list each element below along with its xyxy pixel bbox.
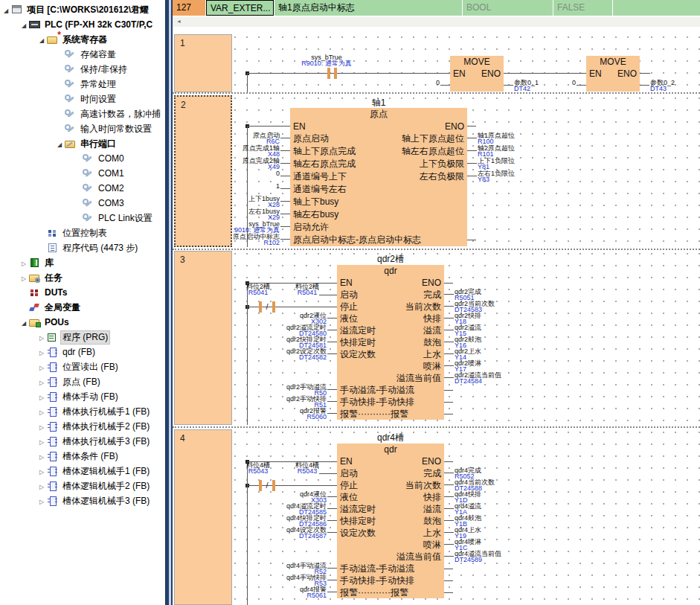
start-operand-pair[interactable]: 料位4槽R5043 料位4槽R5043 [238,462,327,474]
output-operand[interactable]: qdr2溢流Y15 [455,324,481,336]
input-operand[interactable]: qdr2快排定时DT24581 [252,336,327,348]
input-operand[interactable]: 原点完成2轴X49 [234,158,280,170]
tree-item-tasks[interactable]: 任务 [0,270,165,285]
tree-item-com3[interactable]: COM3 [0,196,165,211]
tree-item-error[interactable]: 异常处理 [0,77,165,92]
normally-open-contact[interactable] [321,67,343,79]
output-operand[interactable]: qdr2鼓泡Y16 [455,336,481,348]
tree-item-memory[interactable]: 存储容量 [0,47,165,62]
fb-instance-name[interactable]: qdr2槽 [337,253,444,266]
output-operand[interactable]: qdr4快排Y1D [455,491,481,503]
input-operand[interactable]: qdr4设定次数DT24587 [252,527,327,539]
output-operand[interactable]: qdr4完成R5052 [455,467,481,479]
output-operand[interactable]: qdr2快排Y18 [455,313,481,324]
tree-item-system-registers[interactable]: 系统寄存器 [0,32,165,47]
tree-item-pos-read-fb[interactable]: 位置读出 (FB) [0,359,165,374]
contact-operand-label[interactable]: 料位2槽R5041 [238,284,278,295]
input-operand[interactable]: sys_bTrueR9010: 通常为真 [234,221,280,233]
output-operand[interactable]: qdr4溢流当前值DT24589 [455,551,501,563]
output-operand[interactable]: qdr4喷淋Y1C [455,539,481,551]
tree-item-program-prg[interactable]: 程序 (PRG) [0,330,165,345]
tree-item-time[interactable]: 时间设置 [0,92,165,106]
expand-arrow-icon[interactable] [1,4,10,15]
rung-4-canvas[interactable]: 料位4槽R5043 料位4槽R5043 / qdr4槽 qdr ENENO 启动… [234,429,700,605]
input-operand[interactable]: qdr4报警R5061 [252,586,327,598]
tree-item-com2[interactable]: COM2 [0,181,165,196]
tree-item-hold[interactable]: 保持/非保持 [0,62,165,77]
expand-arrow-icon[interactable] [19,317,28,327]
rung-1-number-cell[interactable]: 1 [174,34,232,92]
input-operand[interactable]: qdr2液位X302 [252,313,327,324]
input-operand[interactable]: qdr2报警R5060 [252,408,327,420]
tree-item-position-table[interactable]: 位置控制表 [0,225,165,240]
normally-closed-contact[interactable]: / [256,301,278,313]
tree-item-logic-robot2-fb[interactable]: 槽体逻辑机械手2 (FB) [0,478,165,493]
contact-operand-label[interactable]: 料位4槽R5043 [238,462,278,474]
collapse-arrow-icon[interactable] [37,496,46,506]
output-operand[interactable]: qdr2喷淋Y17 [455,360,481,372]
tree-item-tank-manual-fb[interactable]: 槽体手动 (FB) [0,389,165,404]
var-row-number[interactable]: 127 [173,0,205,16]
tree-item-com0[interactable]: COM0 [0,151,165,166]
move1-input-operand[interactable]: 0 [395,80,440,86]
output-operand[interactable]: 轴1原点超位R100 [478,132,515,144]
move2-output-operand[interactable]: 参数0_2DT43 [650,80,675,92]
var-class-cell[interactable]: VAR_EXTER... [206,0,274,16]
tree-item-project[interactable]: 项目 [C:\WORKS\201612\君耀 [0,2,165,17]
output-operand[interactable]: qdr4鼓泡Y1B [455,515,481,527]
expand-arrow-icon[interactable] [19,19,28,30]
input-operand[interactable]: qdr4快排定时DT24586 [252,515,327,527]
rung-2-canvas[interactable]: 轴1 原点 ENENO 原点启动轴上下原点超位 轴上下原点完成轴左右原点超位 轴… [234,95,700,247]
tree-item-serial-port[interactable]: 串行端口 [0,136,165,151]
output-operand[interactable]: qdr2完成R5051 [455,289,481,301]
input-operand[interactable]: qdr4手动快排R53 [252,574,327,586]
rung-1-canvas[interactable]: sys_bTrueR9010: 通常为真 MOVE ENENO 0 参数0_1D… [234,34,700,92]
start-operand-pair[interactable]: 料位2槽R5041 料位2槽R5041 [238,284,327,295]
input-operand[interactable]: 0 [234,170,280,176]
var-initial-cell[interactable]: FALSE [553,0,612,16]
tree-item-exec-robot2-fb[interactable]: 槽体执行机械手2 (FB) [0,419,165,434]
collapse-arrow-icon[interactable] [37,347,46,357]
input-operand[interactable]: 左右1busyX29 [234,208,280,220]
input-operand[interactable]: qdr4溢流定时DT24585 [252,503,327,515]
input-operand[interactable]: 原点启动R6C [234,132,280,144]
tree-item-origin-fb[interactable]: 原点 (FB) [0,374,165,389]
fb-qdr-block[interactable]: qdr ENENO 启动完成 停止当前次数 液位快排 溢流定时溢流 快排定时鼓泡… [337,444,444,598]
output-operand[interactable]: 左右1负限位Y83 [478,170,515,182]
input-operand[interactable]: 上下1busyX28 [234,196,280,208]
collapse-arrow-icon[interactable] [37,436,46,446]
rung-3-canvas[interactable]: 料位2槽R5041 料位2槽R5041 / qdr2槽 qdr ENENO 启动… [234,251,700,425]
var-comment-cell[interactable] [613,0,700,16]
contact-operand-label[interactable]: sys_bTrueR9010: 通常为真 [278,54,375,66]
normally-closed-contact[interactable]: / [256,479,278,491]
fb-instance-name[interactable]: qdr4槽 [337,432,444,444]
collapse-arrow-icon[interactable] [37,451,46,461]
rung-4-number-cell[interactable]: 4 [174,429,232,605]
input-operand[interactable]: qdr4液位X303 [252,491,327,503]
expand-arrow-icon[interactable] [55,138,64,149]
tree-item-tank-cond-fb[interactable]: 槽体条件 (FB) [0,449,165,464]
collapse-arrow-icon[interactable] [19,257,28,268]
output-operand[interactable]: 上下1负限位Y81 [478,158,515,170]
expand-arrow-icon[interactable] [37,34,46,45]
tree-item-library[interactable]: 库 [0,255,165,270]
fb-origin-block[interactable]: 原点 ENENO 原点启动轴上下原点超位 轴上下原点完成轴左右原点超位 轴左右原… [290,108,467,246]
input-operand[interactable]: qdr2手动快排R51 [252,396,327,408]
collapse-arrow-icon[interactable] [37,362,46,372]
tree-item-global-vars[interactable]: 全局变量 [0,300,165,315]
collapse-arrow-icon[interactable] [37,391,46,402]
tree-item-pous[interactable]: POUs [0,315,165,330]
tree-item-exec-robot1-fb[interactable]: 槽体执行机械手1 (FB) [0,404,165,419]
collapse-arrow-icon[interactable] [37,377,46,387]
var-identifier-cell[interactable]: 轴1原点启动中标志 [274,0,462,16]
output-operand[interactable]: qdr4当前次数DT24588 [455,479,495,491]
tree-item-com1[interactable]: COM1 [0,166,165,181]
tree-item-plc[interactable]: PLC (FP-XH 32k C30T/P,C [0,17,165,32]
input-operand[interactable]: 1 [234,183,280,189]
output-operand[interactable]: qdr2当前次数DT24583 [455,301,495,313]
output-operand[interactable]: 轴2原点超位R101 [478,145,515,157]
output-operand[interactable]: qdr2溢流当前值DT24584 [455,372,501,384]
input-operand[interactable]: qdr2手动溢流R50 [252,384,327,396]
output-operand[interactable]: qdr4上水Y19 [455,527,481,539]
tree-item-logic-robot1-fb[interactable]: 槽体逻辑机械手1 (FB) [0,464,165,478]
